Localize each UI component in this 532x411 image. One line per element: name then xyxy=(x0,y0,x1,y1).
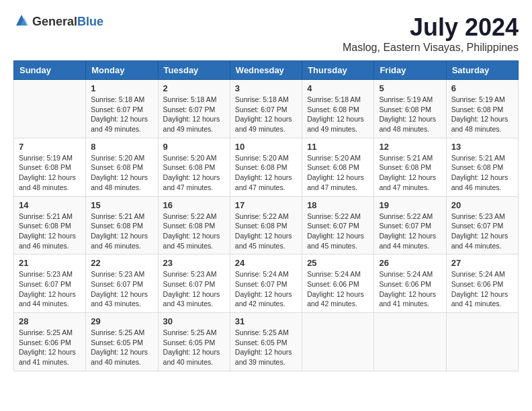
day-info: Sunrise: 5:21 AM Sunset: 6:08 PM Dayligh… xyxy=(19,212,81,251)
day-number: 13 xyxy=(451,142,513,152)
day-number: 8 xyxy=(91,142,152,152)
title-section: July 2024 Maslog, Eastern Visayas, Phili… xyxy=(343,13,519,54)
calendar-header-row: SundayMondayTuesdayWednesdayThursdayFrid… xyxy=(14,61,519,80)
day-number: 14 xyxy=(19,200,81,210)
calendar-cell: 27Sunrise: 5:24 AM Sunset: 6:06 PM Dayli… xyxy=(446,255,518,313)
calendar-cell xyxy=(302,313,374,371)
day-info: Sunrise: 5:22 AM Sunset: 6:07 PM Dayligh… xyxy=(307,212,369,251)
day-number: 25 xyxy=(307,258,369,268)
day-number: 23 xyxy=(163,258,225,268)
day-number: 12 xyxy=(379,142,441,152)
logo: GeneralBlue xyxy=(13,13,103,30)
day-number: 31 xyxy=(235,316,297,326)
day-number: 15 xyxy=(91,200,152,210)
day-info: Sunrise: 5:20 AM Sunset: 6:08 PM Dayligh… xyxy=(307,153,369,193)
calendar-cell: 4Sunrise: 5:18 AM Sunset: 6:08 PM Daylig… xyxy=(302,80,374,138)
day-number: 28 xyxy=(19,316,81,326)
header-sunday: Sunday xyxy=(14,61,86,80)
day-number: 21 xyxy=(19,258,81,268)
calendar-week-4: 21Sunrise: 5:23 AM Sunset: 6:07 PM Dayli… xyxy=(14,255,519,313)
calendar-cell: 5Sunrise: 5:19 AM Sunset: 6:08 PM Daylig… xyxy=(374,80,446,138)
day-info: Sunrise: 5:20 AM Sunset: 6:08 PM Dayligh… xyxy=(91,153,152,193)
day-info: Sunrise: 5:23 AM Sunset: 6:07 PM Dayligh… xyxy=(91,269,152,309)
day-info: Sunrise: 5:23 AM Sunset: 6:07 PM Dayligh… xyxy=(19,269,81,309)
header-saturday: Saturday xyxy=(446,61,518,80)
calendar-cell: 6Sunrise: 5:19 AM Sunset: 6:08 PM Daylig… xyxy=(446,80,518,138)
calendar-week-2: 7Sunrise: 5:19 AM Sunset: 6:08 PM Daylig… xyxy=(14,138,519,196)
header-monday: Monday xyxy=(86,61,158,80)
calendar-week-5: 28Sunrise: 5:25 AM Sunset: 6:06 PM Dayli… xyxy=(14,313,519,371)
day-info: Sunrise: 5:24 AM Sunset: 6:07 PM Dayligh… xyxy=(235,269,297,309)
header-thursday: Thursday xyxy=(302,61,374,80)
day-info: Sunrise: 5:22 AM Sunset: 6:08 PM Dayligh… xyxy=(235,212,297,251)
calendar-cell: 26Sunrise: 5:24 AM Sunset: 6:06 PM Dayli… xyxy=(374,255,446,313)
day-info: Sunrise: 5:24 AM Sunset: 6:06 PM Dayligh… xyxy=(307,269,369,309)
calendar-week-1: 1Sunrise: 5:18 AM Sunset: 6:07 PM Daylig… xyxy=(14,80,519,138)
day-number: 3 xyxy=(235,83,297,93)
day-number: 1 xyxy=(91,83,152,93)
page-header: GeneralBlue July 2024 Maslog, Eastern Vi… xyxy=(13,13,519,54)
day-info: Sunrise: 5:21 AM Sunset: 6:08 PM Dayligh… xyxy=(451,153,513,193)
calendar-cell: 22Sunrise: 5:23 AM Sunset: 6:07 PM Dayli… xyxy=(86,255,158,313)
day-number: 20 xyxy=(451,200,513,210)
day-number: 30 xyxy=(163,316,225,326)
logo-text-blue: Blue xyxy=(77,15,103,28)
calendar-cell: 1Sunrise: 5:18 AM Sunset: 6:07 PM Daylig… xyxy=(86,80,158,138)
day-info: Sunrise: 5:19 AM Sunset: 6:08 PM Dayligh… xyxy=(19,153,81,193)
day-number: 7 xyxy=(19,142,81,152)
calendar-cell: 14Sunrise: 5:21 AM Sunset: 6:08 PM Dayli… xyxy=(14,196,86,255)
day-info: Sunrise: 5:18 AM Sunset: 6:07 PM Dayligh… xyxy=(163,95,225,134)
location-title: Maslog, Eastern Visayas, Philippines xyxy=(343,42,519,54)
month-title: July 2024 xyxy=(343,13,519,42)
header-friday: Friday xyxy=(374,61,446,80)
day-info: Sunrise: 5:19 AM Sunset: 6:08 PM Dayligh… xyxy=(451,95,513,134)
logo-text-general: General xyxy=(32,15,77,28)
day-info: Sunrise: 5:18 AM Sunset: 6:07 PM Dayligh… xyxy=(235,95,297,134)
day-number: 17 xyxy=(235,200,297,210)
day-info: Sunrise: 5:21 AM Sunset: 6:08 PM Dayligh… xyxy=(379,153,441,193)
calendar-cell: 29Sunrise: 5:25 AM Sunset: 6:05 PM Dayli… xyxy=(86,313,158,371)
calendar-cell: 31Sunrise: 5:25 AM Sunset: 6:05 PM Dayli… xyxy=(230,313,302,371)
calendar-cell: 10Sunrise: 5:20 AM Sunset: 6:08 PM Dayli… xyxy=(230,138,302,196)
day-info: Sunrise: 5:22 AM Sunset: 6:08 PM Dayligh… xyxy=(163,212,225,251)
calendar-cell: 9Sunrise: 5:20 AM Sunset: 6:08 PM Daylig… xyxy=(158,138,230,196)
calendar-cell: 15Sunrise: 5:21 AM Sunset: 6:08 PM Dayli… xyxy=(86,196,158,255)
calendar-cell: 21Sunrise: 5:23 AM Sunset: 6:07 PM Dayli… xyxy=(14,255,86,313)
day-info: Sunrise: 5:21 AM Sunset: 6:08 PM Dayligh… xyxy=(91,212,152,251)
header-wednesday: Wednesday xyxy=(230,61,302,80)
day-info: Sunrise: 5:25 AM Sunset: 6:06 PM Dayligh… xyxy=(19,328,81,367)
day-number: 29 xyxy=(91,316,152,326)
day-info: Sunrise: 5:25 AM Sunset: 6:05 PM Dayligh… xyxy=(163,328,225,367)
day-number: 6 xyxy=(451,83,513,93)
calendar-cell: 17Sunrise: 5:22 AM Sunset: 6:08 PM Dayli… xyxy=(230,196,302,255)
day-info: Sunrise: 5:22 AM Sunset: 6:07 PM Dayligh… xyxy=(379,212,441,251)
calendar-cell: 3Sunrise: 5:18 AM Sunset: 6:07 PM Daylig… xyxy=(230,80,302,138)
day-number: 9 xyxy=(163,142,225,152)
calendar-cell: 23Sunrise: 5:23 AM Sunset: 6:07 PM Dayli… xyxy=(158,255,230,313)
calendar-week-3: 14Sunrise: 5:21 AM Sunset: 6:08 PM Dayli… xyxy=(14,196,519,255)
calendar-cell: 11Sunrise: 5:20 AM Sunset: 6:08 PM Dayli… xyxy=(302,138,374,196)
day-number: 24 xyxy=(235,258,297,268)
calendar-cell: 20Sunrise: 5:23 AM Sunset: 6:07 PM Dayli… xyxy=(446,196,518,255)
header-tuesday: Tuesday xyxy=(158,61,230,80)
day-info: Sunrise: 5:18 AM Sunset: 6:08 PM Dayligh… xyxy=(307,95,369,134)
calendar-cell: 12Sunrise: 5:21 AM Sunset: 6:08 PM Dayli… xyxy=(374,138,446,196)
day-info: Sunrise: 5:25 AM Sunset: 6:05 PM Dayligh… xyxy=(235,328,297,367)
day-info: Sunrise: 5:18 AM Sunset: 6:07 PM Dayligh… xyxy=(91,95,152,134)
calendar-cell: 7Sunrise: 5:19 AM Sunset: 6:08 PM Daylig… xyxy=(14,138,86,196)
calendar-cell: 18Sunrise: 5:22 AM Sunset: 6:07 PM Dayli… xyxy=(302,196,374,255)
day-number: 4 xyxy=(307,83,369,93)
calendar-cell xyxy=(14,80,86,138)
day-info: Sunrise: 5:23 AM Sunset: 6:07 PM Dayligh… xyxy=(163,269,225,309)
day-number: 5 xyxy=(379,83,441,93)
day-info: Sunrise: 5:20 AM Sunset: 6:08 PM Dayligh… xyxy=(235,153,297,193)
day-number: 26 xyxy=(379,258,441,268)
calendar-cell xyxy=(446,313,518,371)
day-info: Sunrise: 5:20 AM Sunset: 6:08 PM Dayligh… xyxy=(163,153,225,193)
calendar-cell: 16Sunrise: 5:22 AM Sunset: 6:08 PM Dayli… xyxy=(158,196,230,255)
day-number: 19 xyxy=(379,200,441,210)
calendar-cell xyxy=(374,313,446,371)
calendar-cell: 13Sunrise: 5:21 AM Sunset: 6:08 PM Dayli… xyxy=(446,138,518,196)
day-number: 2 xyxy=(163,83,225,93)
calendar-cell: 8Sunrise: 5:20 AM Sunset: 6:08 PM Daylig… xyxy=(86,138,158,196)
